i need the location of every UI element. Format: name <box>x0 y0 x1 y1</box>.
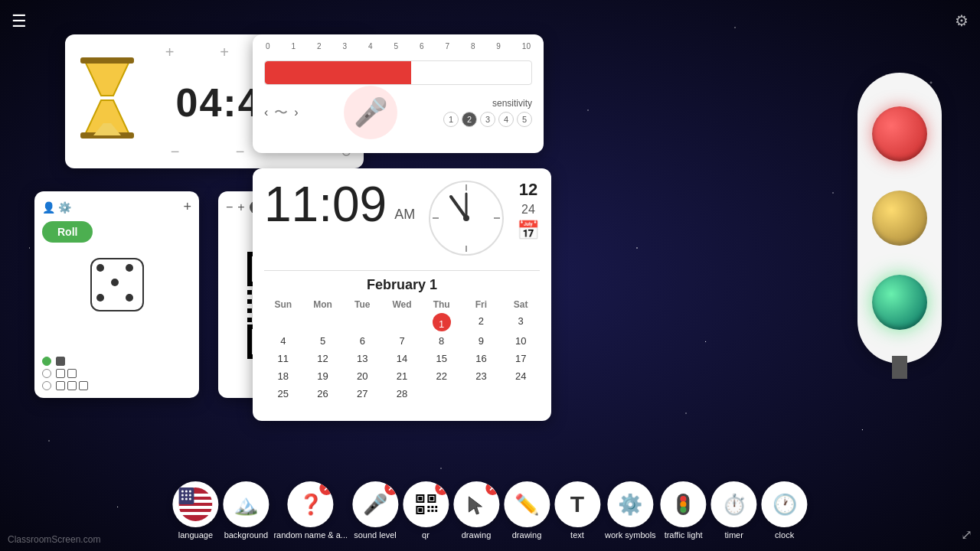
cal-day-9[interactable]: 9 <box>462 333 501 349</box>
traffic-light-button[interactable] <box>661 481 707 527</box>
cal-day-17[interactable]: 17 <box>501 350 540 367</box>
dot-7 <box>96 294 104 302</box>
timer-plus-2[interactable]: + <box>200 44 248 61</box>
toolbar-item-work-symbols[interactable]: ⚙️ work symbols <box>605 481 656 540</box>
text-button[interactable]: T <box>554 481 600 527</box>
cal-day-8[interactable]: 8 <box>423 333 461 349</box>
svg-point-117 <box>681 496 687 502</box>
cal-day-20[interactable]: 20 <box>343 368 381 384</box>
timer-minus-1[interactable]: − <box>145 143 204 161</box>
cal-header-mon: Mon <box>304 298 342 311</box>
toolbar-item-clock[interactable]: 🕐 clock <box>762 481 808 540</box>
dot-3 <box>126 264 133 272</box>
sensitivity-label: sensitivity <box>492 98 532 109</box>
dot-9 <box>126 294 133 302</box>
cal-day-12[interactable]: 12 <box>304 350 342 367</box>
sensitivity-dots: 1 2 3 4 5 <box>443 112 532 127</box>
language-button[interactable] <box>172 481 218 527</box>
cal-day-19[interactable]: 19 <box>304 368 342 384</box>
cal-day-21[interactable]: 21 <box>383 368 421 384</box>
qr-plus-button[interactable]: + <box>237 201 244 214</box>
cal-day-28[interactable]: 28 <box>383 386 421 402</box>
dice-option-2[interactable] <box>42 369 191 378</box>
cal-day-11[interactable]: 11 <box>264 350 302 367</box>
svg-point-118 <box>681 501 687 507</box>
traffic-light-green[interactable] <box>872 275 927 330</box>
cal-day-27[interactable]: 27 <box>343 386 381 402</box>
toolbar-item-random-name[interactable]: ✕ ❓ random name & a... <box>273 481 348 540</box>
drawing2-button[interactable]: ✏️ <box>504 481 550 527</box>
random-name-button[interactable]: ✕ ❓ <box>288 481 334 527</box>
cal-header-sat: Sat <box>501 298 540 311</box>
cal-day-3[interactable]: 3 <box>501 313 540 331</box>
sensitivity-4[interactable]: 4 <box>498 112 514 127</box>
hamburger-menu[interactable]: ☰ <box>11 11 27 31</box>
cal-day-16[interactable]: 16 <box>462 350 501 367</box>
cal-day-26[interactable]: 26 <box>304 386 342 402</box>
dice-add-button[interactable]: + <box>183 199 191 215</box>
background-button[interactable]: 🏔️ <box>223 481 269 527</box>
cal-day-2[interactable]: 2 <box>462 313 501 331</box>
qr-minus-button[interactable]: − <box>226 201 233 214</box>
cal-day-7[interactable]: 7 <box>383 333 421 349</box>
traffic-light-widget[interactable] <box>854 65 946 371</box>
dice-option-3[interactable] <box>42 381 191 390</box>
drawing1-button[interactable]: ✕ <box>453 481 499 527</box>
svg-rect-113 <box>435 510 437 512</box>
sound-nav-prev[interactable]: ‹ <box>264 106 268 119</box>
cal-header-fri: Fri <box>462 298 501 311</box>
sensitivity-2[interactable]: 2 <box>462 112 477 127</box>
toolbar-item-qr[interactable]: ✕ qr <box>403 481 449 540</box>
sensitivity-3[interactable]: 3 <box>480 112 495 127</box>
settings-icon[interactable]: ⚙ <box>955 11 969 30</box>
clock-button[interactable]: 🕐 <box>762 481 808 527</box>
drawing1-close[interactable]: ✕ <box>485 481 499 495</box>
toolbar-item-background[interactable]: 🏔️ background <box>223 481 269 540</box>
expand-icon[interactable]: ⤢ <box>961 527 972 543</box>
toolbar-item-sound-level[interactable]: ✕ 🎤 sound level <box>352 481 398 540</box>
text-label: text <box>570 530 584 540</box>
toolbar-item-text[interactable]: T text <box>554 481 600 540</box>
sound-scale: 012345678910 <box>264 42 532 56</box>
random-name-close[interactable]: ✕ <box>320 481 334 495</box>
sound-meter-fill <box>265 61 411 84</box>
sensitivity-1[interactable]: 1 <box>443 112 459 127</box>
roll-button[interactable]: Roll <box>42 221 93 243</box>
timer-plus-1[interactable]: + <box>145 44 194 61</box>
traffic-light-body <box>858 73 942 364</box>
dice-option-1[interactable] <box>42 357 191 366</box>
sound-nav-next[interactable]: › <box>294 106 298 119</box>
toolbar-item-language[interactable]: language <box>172 481 218 540</box>
cal-day-6[interactable]: 6 <box>343 333 381 349</box>
cal-day-10[interactable]: 10 <box>501 333 540 349</box>
svg-rect-102 <box>418 497 422 500</box>
cal-day-1[interactable]: 1 <box>433 313 451 331</box>
svg-rect-38 <box>247 299 252 304</box>
cal-day-23[interactable]: 23 <box>462 368 501 384</box>
traffic-light-red[interactable] <box>872 106 927 161</box>
sound-level-button[interactable]: ✕ 🎤 <box>352 481 398 527</box>
cal-day-25[interactable]: 25 <box>264 386 302 402</box>
cal-day-22[interactable]: 22 <box>423 368 461 384</box>
cal-day-5[interactable]: 5 <box>304 333 342 349</box>
cal-day-24[interactable]: 24 <box>501 368 540 384</box>
calendar-toggle-icon[interactable]: 📅 <box>517 220 540 241</box>
cal-day-14[interactable]: 14 <box>383 350 421 367</box>
toolbar-item-drawing1[interactable]: ✕ drawing <box>453 481 499 540</box>
qr-close[interactable]: ✕ <box>435 481 449 495</box>
toolbar-item-traffic-light[interactable]: traffic light <box>661 481 707 540</box>
toolbar-item-drawing2[interactable]: ✏️ drawing <box>504 481 550 540</box>
qr-button[interactable]: ✕ <box>403 481 449 527</box>
cal-day-15[interactable]: 15 <box>423 350 461 367</box>
toolbar-item-timer[interactable]: ⏱️ timer <box>711 481 757 540</box>
cal-day-18[interactable]: 18 <box>264 368 302 384</box>
sound-level-close[interactable]: ✕ <box>384 481 398 495</box>
dice-options <box>42 357 191 390</box>
timer-button[interactable]: ⏱️ <box>711 481 757 527</box>
traffic-light-amber[interactable] <box>872 191 927 246</box>
cal-day-4[interactable]: 4 <box>264 333 302 349</box>
cal-day-13[interactable]: 13 <box>343 350 381 367</box>
work-symbols-button[interactable]: ⚙️ <box>607 481 653 527</box>
sensitivity-5[interactable]: 5 <box>517 112 532 127</box>
dice-radio-3 <box>42 381 51 390</box>
